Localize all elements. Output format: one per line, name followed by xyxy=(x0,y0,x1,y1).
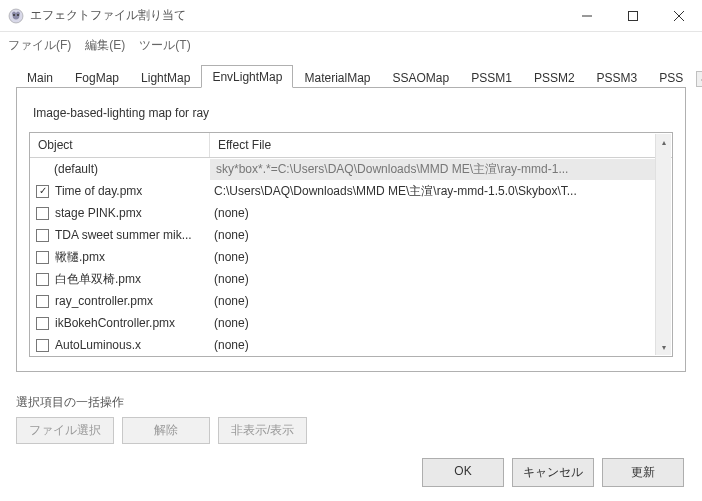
table-row[interactable]: AutoLuminous.x(none) xyxy=(30,334,672,356)
table-row[interactable]: 白色单双椅.pmx(none) xyxy=(30,268,672,290)
effect-grid: Object Effect File (default)sky*box*.*=C… xyxy=(29,132,673,357)
scroll-thumb[interactable] xyxy=(656,150,671,339)
window-title: エフェクトファイル割り当て xyxy=(30,7,186,24)
effect-file-value[interactable]: (none) xyxy=(210,316,672,330)
tab-materialmap[interactable]: MaterialMap xyxy=(293,66,381,88)
minimize-button[interactable] xyxy=(564,0,610,32)
object-name: stage PINK.pmx xyxy=(55,206,142,220)
table-row-default[interactable]: (default)sky*box*.*=C:\Users\DAQ\Downloa… xyxy=(30,158,672,180)
default-effect-value[interactable]: sky*box*.*=C:\Users\DAQ\Downloads\MMD ME… xyxy=(210,159,670,180)
object-checkbox[interactable] xyxy=(36,339,49,352)
svg-point-2 xyxy=(17,14,19,16)
tab-pssm1[interactable]: PSSM1 xyxy=(460,66,523,88)
object-checkbox[interactable] xyxy=(36,295,49,308)
object-name: 白色单双椅.pmx xyxy=(55,271,141,288)
titlebar: エフェクトファイル割り当て xyxy=(0,0,702,32)
menu-file[interactable]: ファイル(F) xyxy=(8,37,71,54)
effect-file-value[interactable]: (none) xyxy=(210,250,672,264)
default-label: (default) xyxy=(54,162,98,176)
object-checkbox[interactable] xyxy=(36,317,49,330)
batch-operations: 選択項目の一括操作 ファイル選択 解除 非表示/表示 xyxy=(0,394,702,444)
object-checkbox[interactable] xyxy=(36,273,49,286)
object-checkbox[interactable] xyxy=(36,185,49,198)
effect-file-value[interactable]: (none) xyxy=(210,294,672,308)
effect-file-value[interactable]: (none) xyxy=(210,228,672,242)
object-name: 鞦韆.pmx xyxy=(55,249,105,266)
tab-fogmap[interactable]: FogMap xyxy=(64,66,130,88)
table-row[interactable]: ikBokehController.pmx(none) xyxy=(30,312,672,334)
tab-pssm2[interactable]: PSSM2 xyxy=(523,66,586,88)
table-row[interactable]: 鞦韆.pmx(none) xyxy=(30,246,672,268)
svg-rect-4 xyxy=(629,11,638,20)
effect-file-value[interactable]: C:\Users\DAQ\Downloads\MMD ME\主渲\ray-mmd… xyxy=(210,183,672,200)
table-row[interactable]: TDA sweet summer mik...(none) xyxy=(30,224,672,246)
minimize-icon xyxy=(582,11,592,21)
menubar: ファイル(F) 編集(E) ツール(T) xyxy=(0,32,702,58)
tab-panel: Image-based-lighting map for ray Object … xyxy=(16,88,686,372)
object-name: ray_controller.pmx xyxy=(55,294,153,308)
scroll-down-icon[interactable]: ▾ xyxy=(656,339,671,355)
grid-header: Object Effect File xyxy=(30,133,672,158)
effect-file-value[interactable]: (none) xyxy=(210,206,672,220)
object-name: AutoLuminous.x xyxy=(55,338,141,352)
svg-point-1 xyxy=(13,14,15,16)
tabstrip: Main FogMap LightMap EnvLightMap Materia… xyxy=(16,64,686,88)
table-row[interactable]: ray_controller.pmx(none) xyxy=(30,290,672,312)
table-row[interactable]: stage PINK.pmx(none) xyxy=(30,202,672,224)
object-name: TDA sweet summer mik... xyxy=(55,228,192,242)
app-icon xyxy=(8,8,24,24)
batch-toggle-button[interactable]: 非表示/表示 xyxy=(218,417,307,444)
grid-scrollbar[interactable]: ▴ ▾ xyxy=(655,134,671,355)
panel-description: Image-based-lighting map for ray xyxy=(33,106,673,120)
tab-scroll-left[interactable]: ◂ xyxy=(696,71,702,87)
update-button[interactable]: 更新 xyxy=(602,458,684,487)
tab-ssaomap[interactable]: SSAOMap xyxy=(382,66,461,88)
scroll-up-icon[interactable]: ▴ xyxy=(656,134,671,150)
effect-file-value[interactable]: (none) xyxy=(210,272,672,286)
tab-pssm3[interactable]: PSSM3 xyxy=(586,66,649,88)
tab-lightmap[interactable]: LightMap xyxy=(130,66,201,88)
effect-file-value[interactable]: (none) xyxy=(210,338,672,352)
close-icon xyxy=(674,11,684,21)
menu-tool[interactable]: ツール(T) xyxy=(139,37,190,54)
batch-clear-button[interactable]: 解除 xyxy=(122,417,210,444)
object-name: Time of day.pmx xyxy=(55,184,142,198)
menu-edit[interactable]: 編集(E) xyxy=(85,37,125,54)
object-name: ikBokehController.pmx xyxy=(55,316,175,330)
close-button[interactable] xyxy=(656,0,702,32)
cancel-button[interactable]: キャンセル xyxy=(512,458,594,487)
column-effect[interactable]: Effect File xyxy=(210,133,672,157)
dialog-footer: OK キャンセル 更新 xyxy=(422,458,684,487)
object-checkbox[interactable] xyxy=(36,207,49,220)
maximize-icon xyxy=(628,11,638,21)
column-object[interactable]: Object xyxy=(30,133,210,157)
ok-button[interactable]: OK xyxy=(422,458,504,487)
tab-main[interactable]: Main xyxy=(16,66,64,88)
tab-envlightmap[interactable]: EnvLightMap xyxy=(201,65,293,88)
batch-file-select-button[interactable]: ファイル選択 xyxy=(16,417,114,444)
tab-pss-overflow[interactable]: PSS xyxy=(648,66,694,88)
object-checkbox[interactable] xyxy=(36,251,49,264)
batch-label: 選択項目の一括操作 xyxy=(16,394,686,411)
maximize-button[interactable] xyxy=(610,0,656,32)
object-checkbox[interactable] xyxy=(36,229,49,242)
table-row[interactable]: Time of day.pmxC:\Users\DAQ\Downloads\MM… xyxy=(30,180,672,202)
